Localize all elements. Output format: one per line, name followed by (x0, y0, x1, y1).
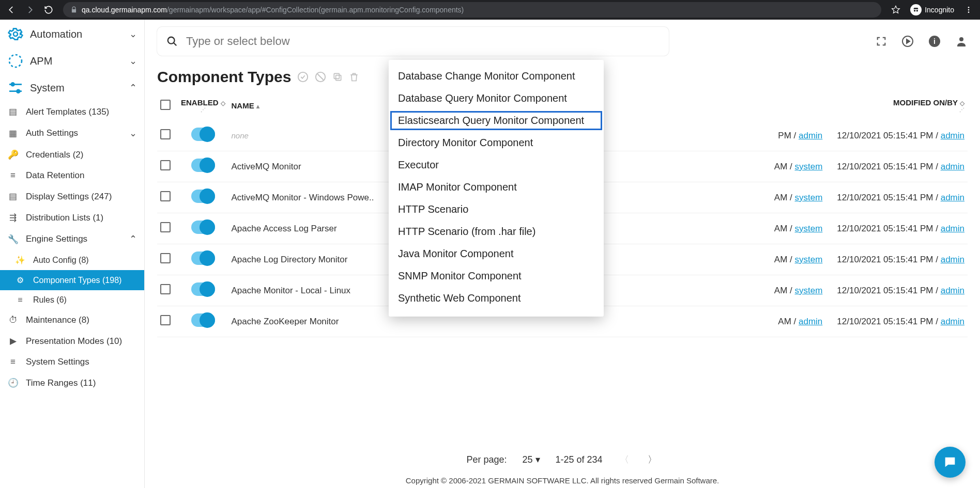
lock-icon (70, 6, 78, 13)
sidebar-item-maintenance[interactable]: ⏱Maintenance (8) (0, 310, 144, 330)
sidebar-group-system[interactable]: System ⌃ (0, 74, 144, 101)
dropdown-option[interactable]: Elasticsearch Query Monitor Component (389, 109, 604, 132)
bookmark-star-icon[interactable] (889, 3, 903, 17)
sidebar-item-component-types[interactable]: ⚙Component Types (198) (0, 270, 144, 290)
col-name[interactable]: NAME▴ (228, 91, 358, 120)
user-icon[interactable] (955, 35, 968, 48)
enabled-toggle[interactable] (191, 221, 215, 234)
svg-point-14 (298, 72, 308, 82)
dropdown-option[interactable]: HTTP Scenario (389, 198, 604, 221)
svg-point-1 (916, 10, 918, 12)
enabled-toggle[interactable] (191, 313, 215, 327)
dropdown-option[interactable]: Database Query Monitor Component (389, 87, 604, 109)
chat-launcher[interactable] (935, 447, 966, 478)
row-checkbox[interactable] (160, 191, 171, 201)
col-modified[interactable]: MODIFIED ON/BY◇⋰ (771, 91, 968, 120)
nav-back-button[interactable] (4, 3, 19, 17)
dropdown-option[interactable]: SNMP Monitor Component (389, 265, 604, 287)
modified-by-link[interactable]: admin (941, 131, 964, 140)
row-checkbox[interactable] (160, 315, 171, 325)
created-by-link[interactable]: admin (799, 317, 822, 326)
sidebar-item-engine-settings[interactable]: 🔧Engine Settings⌃ (0, 228, 144, 250)
svg-point-6 (9, 55, 22, 67)
dropdown-option[interactable]: HTTP Scenario (from .har file) (389, 221, 604, 243)
info-icon[interactable]: i (928, 35, 941, 48)
page-prev-button[interactable]: 〈 (618, 453, 631, 466)
menu-icon: ⚙ (14, 275, 26, 285)
enabled-toggle[interactable] (191, 282, 215, 296)
sidebar-item-rules[interactable]: ≡Rules (6) (0, 290, 144, 310)
row-checkbox[interactable] (160, 253, 171, 263)
dropdown-option[interactable]: Java Monitor Component (389, 243, 604, 265)
enabled-toggle[interactable] (191, 159, 215, 172)
search-input[interactable] (186, 35, 660, 48)
sidebar-item-credentials[interactable]: 🔑Credentials (2) (0, 144, 144, 165)
created-by-link[interactable]: system (794, 255, 822, 264)
col-enabled[interactable]: ENABLED◇⋰ (178, 91, 228, 120)
dropdown-option[interactable]: Directory Monitor Component (389, 132, 604, 154)
modified-by-link[interactable]: admin (941, 255, 964, 264)
chevron-down-icon: ⌄ (129, 128, 137, 139)
modified-by-link[interactable]: admin (941, 286, 964, 295)
modified-by-link[interactable]: admin (941, 193, 964, 202)
search-box[interactable] (157, 27, 669, 56)
row-checkbox[interactable] (160, 222, 171, 232)
sidebar-item-data-retention[interactable]: ≡Data Retention (0, 165, 144, 186)
row-checkbox[interactable] (160, 160, 171, 170)
sidebar-item-auto-config[interactable]: ✨Auto Config (8) (0, 250, 144, 270)
dropdown-option[interactable]: Database Change Monitor Component (389, 65, 604, 87)
svg-point-2 (968, 7, 970, 8)
enabled-toggle[interactable] (191, 190, 215, 203)
sidebar-group-automation[interactable]: Automation ⌄ (0, 21, 144, 48)
created-by-link[interactable]: system (794, 162, 822, 171)
nav-forward-button[interactable] (23, 3, 37, 17)
dropdown-option[interactable]: Executor (389, 154, 604, 176)
chevron-down-icon: ⌄ (129, 55, 137, 67)
url-bar[interactable]: qa.cloud.germainapm.com/germainapm/works… (63, 2, 881, 18)
menu-icon: 🔧 (7, 234, 19, 245)
sidebar-item-distribution-lists[interactable]: ⇶Distribution Lists (1) (0, 207, 144, 228)
approve-icon[interactable] (297, 71, 309, 83)
modified-by-link[interactable]: admin (941, 224, 964, 233)
fullscreen-icon[interactable] (876, 36, 887, 47)
disable-icon[interactable] (315, 71, 326, 83)
created-by-link[interactable]: system (794, 193, 822, 202)
sidebar-group-apm[interactable]: APM ⌄ (0, 48, 144, 74)
svg-point-4 (968, 11, 970, 13)
sidebar-item-alert-templates[interactable]: ▤Alert Templates (135) (0, 101, 144, 122)
per-page-select[interactable]: 25 ▾ (522, 454, 540, 465)
component-type-dropdown[interactable]: Database Change Monitor ComponentDatabas… (389, 60, 604, 317)
page-next-button[interactable]: 〉 (646, 453, 659, 466)
modified-by-link[interactable]: admin (941, 317, 964, 326)
sidebar-item-auth-settings[interactable]: ▦Auth Settings⌄ (0, 122, 144, 144)
per-page-label: Per page: (466, 454, 507, 465)
dropdown-option[interactable]: Synthetic Web Component (389, 287, 604, 309)
created-by-link[interactable]: system (794, 224, 822, 233)
dropdown-option[interactable]: IMAP Monitor Component (389, 176, 604, 198)
sidebar-item-presentation-modes[interactable]: ▶Presentation Modes (10) (0, 330, 144, 352)
enabled-toggle[interactable] (191, 128, 215, 141)
play-icon[interactable] (901, 35, 914, 48)
incognito-indicator: Incognito (907, 4, 957, 15)
sidebar-item-time-ranges[interactable]: 🕘Time Ranges (11) (0, 372, 144, 393)
row-checkbox[interactable] (160, 284, 171, 294)
row-modified: AM / system12/10/2021 05:15:41 PM / admi… (771, 151, 968, 182)
chevron-down-icon: ⌄ (129, 28, 137, 40)
created-by-link[interactable]: admin (799, 131, 822, 140)
modified-by-link[interactable]: admin (941, 162, 964, 171)
enabled-toggle[interactable] (191, 251, 215, 265)
copy-icon[interactable] (332, 72, 343, 82)
browser-menu-button[interactable] (961, 3, 976, 17)
sidebar-item-label: Auth Settings (26, 128, 78, 138)
row-checkbox[interactable] (160, 129, 171, 139)
created-by-link[interactable]: system (794, 286, 822, 295)
gear-icon (7, 26, 24, 42)
sidebar-item-display-settings[interactable]: ▤Display Settings (247) (0, 186, 144, 207)
sidebar-item-label: Credentials (2) (26, 150, 84, 160)
nav-reload-button[interactable] (41, 3, 56, 17)
sidebar-item-label: Display Settings (247) (26, 192, 112, 202)
delete-icon[interactable] (349, 72, 359, 82)
sidebar-item-system-settings[interactable]: ≡System Settings (0, 352, 144, 372)
menu-icon: ▶ (7, 336, 19, 347)
select-all-checkbox[interactable] (160, 100, 171, 110)
